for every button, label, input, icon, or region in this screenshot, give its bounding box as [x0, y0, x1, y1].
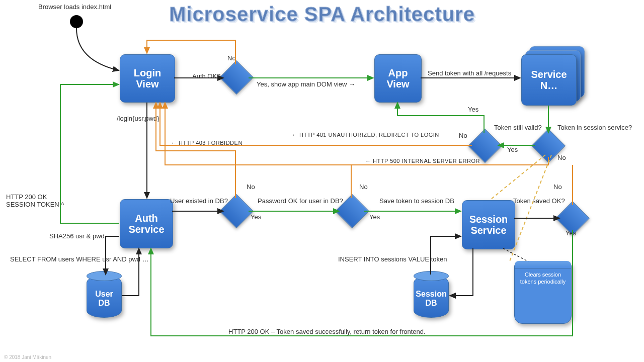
label-no-authok: No [227, 54, 236, 62]
label-yes-userexisted: Yes [251, 213, 261, 221]
label-insert-sessions: INSERT INTO sessions VALUE token [338, 255, 447, 263]
node-login-view: LoginView [120, 54, 175, 103]
label-yes-tokenvalid: Yes [507, 146, 518, 153]
node-session-db: SessionDB [414, 276, 449, 318]
label-http403: ← HTTP 403 FORBIDDEN [171, 140, 243, 146]
footer-credit: © 2018 Jani Mäkinen [4, 354, 51, 360]
label-save-token: Save token to session DB [379, 197, 454, 205]
label-user-existed: User existed in DB? [170, 197, 228, 205]
node-service-n: ServiceN… [521, 54, 577, 106]
label-http200-saved: HTTP 200 OK – Token saved successfully, … [228, 328, 426, 335]
node-user-db: UserDB [87, 276, 122, 318]
node-session-service: SessionService [462, 200, 515, 249]
node-app-view: AppView [374, 54, 422, 103]
note-clears-sessions: Clears session tokens periodically [514, 262, 572, 324]
label-yes-show-main: Yes, show app main DOM view → [257, 80, 355, 88]
label-token-valid: Token still valid? [494, 124, 542, 131]
label-http401: ← HTTP 401 UNAUTHORIZED, REDIRECT TO LOG… [292, 132, 439, 138]
label-send-token: Send token with all /requests [428, 69, 511, 77]
label-no-tis: No [557, 154, 566, 161]
label-no-userexisted: No [247, 183, 255, 191]
label-login-call: /login{usr,pwd} [117, 115, 159, 122]
label-sha256: SHA256 usr & pwd → [49, 232, 113, 240]
label-no-tokensaved: No [553, 183, 562, 191]
label-no-tokenvalid: No [459, 132, 467, 139]
label-yes-tis-up: Yes [468, 106, 478, 113]
label-yes-pwdok: Yes [369, 213, 380, 221]
label-http200-token: HTTP 200 OKSESSION TOKEN ^ [6, 193, 64, 208]
label-select-users: SELECT FROM users WHERE usr AND pwd … [10, 255, 149, 263]
label-no-pwdok: No [359, 183, 368, 191]
decision-auth-ok [219, 60, 254, 95]
label-pwd-ok: Password OK for user in DB? [258, 197, 343, 205]
node-auth-service: AuthService [120, 199, 173, 248]
label-http500: ← HTTP 500 INTERNAL SERVER ERROR [365, 158, 480, 164]
start-node [70, 15, 83, 28]
label-token-saved: Token saved OK? [513, 197, 565, 205]
start-label: Browser loads index.html [38, 3, 111, 11]
label-auth-ok: Auth OK? [192, 72, 220, 80]
label-yes-tokensaved: Yes [566, 229, 576, 237]
label-token-in-session: Token in session service? [557, 124, 632, 131]
